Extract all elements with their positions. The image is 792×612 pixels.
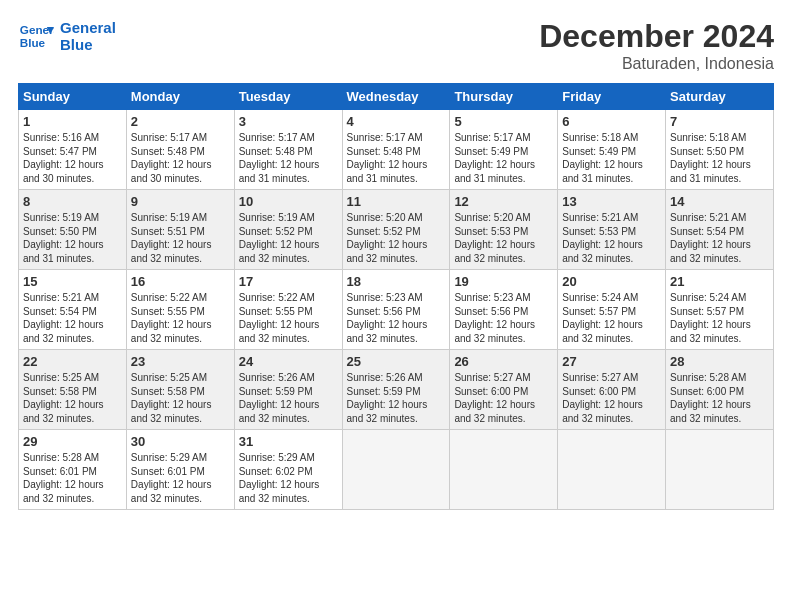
day-info: Sunrise: 5:26 AM Sunset: 5:59 PM Dayligh… xyxy=(347,371,446,425)
day-number: 2 xyxy=(131,114,230,129)
day-cell-14: 14Sunrise: 5:21 AM Sunset: 5:54 PM Dayli… xyxy=(666,190,774,270)
calendar-header-row: SundayMondayTuesdayWednesdayThursdayFrid… xyxy=(19,84,774,110)
day-cell-8: 8Sunrise: 5:19 AM Sunset: 5:50 PM Daylig… xyxy=(19,190,127,270)
day-number: 15 xyxy=(23,274,122,289)
week-row-3: 15Sunrise: 5:21 AM Sunset: 5:54 PM Dayli… xyxy=(19,270,774,350)
day-number: 26 xyxy=(454,354,553,369)
day-info: Sunrise: 5:23 AM Sunset: 5:56 PM Dayligh… xyxy=(347,291,446,345)
empty-cell xyxy=(558,430,666,510)
day-info: Sunrise: 5:29 AM Sunset: 6:02 PM Dayligh… xyxy=(239,451,338,505)
day-number: 22 xyxy=(23,354,122,369)
day-number: 7 xyxy=(670,114,769,129)
day-number: 5 xyxy=(454,114,553,129)
empty-cell xyxy=(342,430,450,510)
day-cell-25: 25Sunrise: 5:26 AM Sunset: 5:59 PM Dayli… xyxy=(342,350,450,430)
header-wednesday: Wednesday xyxy=(342,84,450,110)
day-info: Sunrise: 5:21 AM Sunset: 5:54 PM Dayligh… xyxy=(670,211,769,265)
day-info: Sunrise: 5:18 AM Sunset: 5:50 PM Dayligh… xyxy=(670,131,769,185)
week-row-4: 22Sunrise: 5:25 AM Sunset: 5:58 PM Dayli… xyxy=(19,350,774,430)
day-number: 29 xyxy=(23,434,122,449)
day-number: 20 xyxy=(562,274,661,289)
day-info: Sunrise: 5:21 AM Sunset: 5:54 PM Dayligh… xyxy=(23,291,122,345)
day-number: 9 xyxy=(131,194,230,209)
svg-text:Blue: Blue xyxy=(20,36,46,49)
day-info: Sunrise: 5:19 AM Sunset: 5:52 PM Dayligh… xyxy=(239,211,338,265)
day-number: 23 xyxy=(131,354,230,369)
day-cell-1: 1Sunrise: 5:16 AM Sunset: 5:47 PM Daylig… xyxy=(19,110,127,190)
day-cell-4: 4Sunrise: 5:17 AM Sunset: 5:48 PM Daylig… xyxy=(342,110,450,190)
day-number: 11 xyxy=(347,194,446,209)
day-cell-17: 17Sunrise: 5:22 AM Sunset: 5:55 PM Dayli… xyxy=(234,270,342,350)
subtitle: Baturaden, Indonesia xyxy=(539,55,774,73)
day-cell-6: 6Sunrise: 5:18 AM Sunset: 5:49 PM Daylig… xyxy=(558,110,666,190)
day-info: Sunrise: 5:21 AM Sunset: 5:53 PM Dayligh… xyxy=(562,211,661,265)
header-tuesday: Tuesday xyxy=(234,84,342,110)
day-cell-30: 30Sunrise: 5:29 AM Sunset: 6:01 PM Dayli… xyxy=(126,430,234,510)
empty-cell xyxy=(450,430,558,510)
day-number: 10 xyxy=(239,194,338,209)
day-info: Sunrise: 5:24 AM Sunset: 5:57 PM Dayligh… xyxy=(562,291,661,345)
day-info: Sunrise: 5:17 AM Sunset: 5:48 PM Dayligh… xyxy=(347,131,446,185)
day-cell-31: 31Sunrise: 5:29 AM Sunset: 6:02 PM Dayli… xyxy=(234,430,342,510)
day-info: Sunrise: 5:17 AM Sunset: 5:49 PM Dayligh… xyxy=(454,131,553,185)
day-number: 14 xyxy=(670,194,769,209)
day-cell-16: 16Sunrise: 5:22 AM Sunset: 5:55 PM Dayli… xyxy=(126,270,234,350)
day-info: Sunrise: 5:28 AM Sunset: 6:01 PM Dayligh… xyxy=(23,451,122,505)
day-number: 19 xyxy=(454,274,553,289)
day-number: 27 xyxy=(562,354,661,369)
day-number: 24 xyxy=(239,354,338,369)
day-info: Sunrise: 5:25 AM Sunset: 5:58 PM Dayligh… xyxy=(23,371,122,425)
day-cell-7: 7Sunrise: 5:18 AM Sunset: 5:50 PM Daylig… xyxy=(666,110,774,190)
day-info: Sunrise: 5:22 AM Sunset: 5:55 PM Dayligh… xyxy=(239,291,338,345)
day-number: 31 xyxy=(239,434,338,449)
week-row-2: 8Sunrise: 5:19 AM Sunset: 5:50 PM Daylig… xyxy=(19,190,774,270)
day-cell-3: 3Sunrise: 5:17 AM Sunset: 5:48 PM Daylig… xyxy=(234,110,342,190)
day-info: Sunrise: 5:29 AM Sunset: 6:01 PM Dayligh… xyxy=(131,451,230,505)
day-cell-12: 12Sunrise: 5:20 AM Sunset: 5:53 PM Dayli… xyxy=(450,190,558,270)
day-cell-21: 21Sunrise: 5:24 AM Sunset: 5:57 PM Dayli… xyxy=(666,270,774,350)
day-number: 18 xyxy=(347,274,446,289)
day-number: 6 xyxy=(562,114,661,129)
day-cell-10: 10Sunrise: 5:19 AM Sunset: 5:52 PM Dayli… xyxy=(234,190,342,270)
week-row-5: 29Sunrise: 5:28 AM Sunset: 6:01 PM Dayli… xyxy=(19,430,774,510)
day-number: 8 xyxy=(23,194,122,209)
day-info: Sunrise: 5:23 AM Sunset: 5:56 PM Dayligh… xyxy=(454,291,553,345)
day-number: 28 xyxy=(670,354,769,369)
page-header: General Blue General Blue December 2024 … xyxy=(18,18,774,73)
day-info: Sunrise: 5:26 AM Sunset: 5:59 PM Dayligh… xyxy=(239,371,338,425)
day-info: Sunrise: 5:18 AM Sunset: 5:49 PM Dayligh… xyxy=(562,131,661,185)
day-info: Sunrise: 5:16 AM Sunset: 5:47 PM Dayligh… xyxy=(23,131,122,185)
day-number: 30 xyxy=(131,434,230,449)
day-info: Sunrise: 5:20 AM Sunset: 5:52 PM Dayligh… xyxy=(347,211,446,265)
header-sunday: Sunday xyxy=(19,84,127,110)
day-cell-26: 26Sunrise: 5:27 AM Sunset: 6:00 PM Dayli… xyxy=(450,350,558,430)
day-cell-5: 5Sunrise: 5:17 AM Sunset: 5:49 PM Daylig… xyxy=(450,110,558,190)
day-number: 3 xyxy=(239,114,338,129)
logo-icon: General Blue xyxy=(18,18,54,54)
day-cell-15: 15Sunrise: 5:21 AM Sunset: 5:54 PM Dayli… xyxy=(19,270,127,350)
empty-cell xyxy=(666,430,774,510)
day-info: Sunrise: 5:17 AM Sunset: 5:48 PM Dayligh… xyxy=(131,131,230,185)
day-info: Sunrise: 5:19 AM Sunset: 5:50 PM Dayligh… xyxy=(23,211,122,265)
logo-text-blue: Blue xyxy=(60,36,116,53)
day-info: Sunrise: 5:22 AM Sunset: 5:55 PM Dayligh… xyxy=(131,291,230,345)
day-number: 13 xyxy=(562,194,661,209)
day-cell-9: 9Sunrise: 5:19 AM Sunset: 5:51 PM Daylig… xyxy=(126,190,234,270)
header-friday: Friday xyxy=(558,84,666,110)
day-info: Sunrise: 5:19 AM Sunset: 5:51 PM Dayligh… xyxy=(131,211,230,265)
day-cell-20: 20Sunrise: 5:24 AM Sunset: 5:57 PM Dayli… xyxy=(558,270,666,350)
day-cell-23: 23Sunrise: 5:25 AM Sunset: 5:58 PM Dayli… xyxy=(126,350,234,430)
header-saturday: Saturday xyxy=(666,84,774,110)
day-info: Sunrise: 5:17 AM Sunset: 5:48 PM Dayligh… xyxy=(239,131,338,185)
day-number: 25 xyxy=(347,354,446,369)
logo: General Blue General Blue xyxy=(18,18,116,54)
logo-text-general: General xyxy=(60,19,116,36)
main-title: December 2024 xyxy=(539,18,774,55)
day-info: Sunrise: 5:24 AM Sunset: 5:57 PM Dayligh… xyxy=(670,291,769,345)
day-number: 12 xyxy=(454,194,553,209)
title-block: December 2024 Baturaden, Indonesia xyxy=(539,18,774,73)
week-row-1: 1Sunrise: 5:16 AM Sunset: 5:47 PM Daylig… xyxy=(19,110,774,190)
day-info: Sunrise: 5:25 AM Sunset: 5:58 PM Dayligh… xyxy=(131,371,230,425)
day-number: 17 xyxy=(239,274,338,289)
day-number: 16 xyxy=(131,274,230,289)
